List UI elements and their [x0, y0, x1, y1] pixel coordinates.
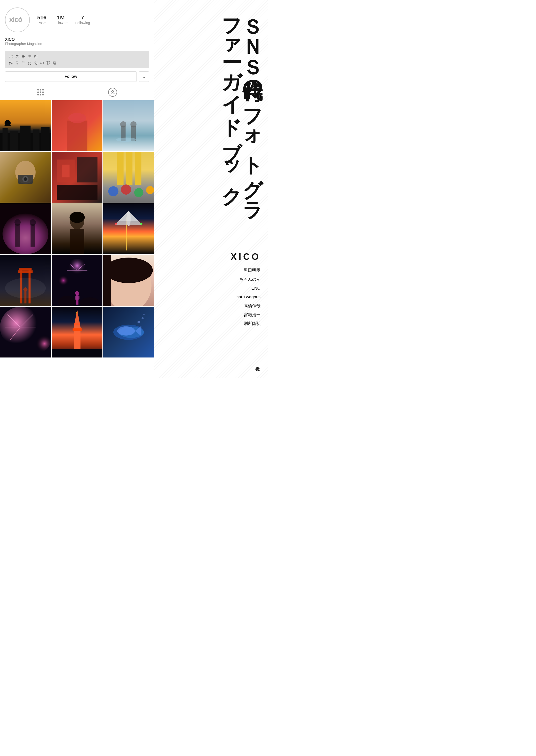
profile-info: XICO Photographer Magazine	[0, 37, 154, 49]
photo-9[interactable]	[103, 203, 154, 254]
book-title: ＳＮＳ時代の フォトグラファー ガイドブック	[221, 5, 263, 224]
svg-rect-2	[0, 100, 51, 151]
follow-button[interactable]: Follow	[5, 71, 137, 82]
svg-point-86	[25, 327, 51, 352]
photo-7[interactable]	[0, 203, 51, 254]
author-3: ENO	[231, 284, 260, 293]
svg-point-23	[22, 176, 29, 182]
posts-stat: 516 Posts	[37, 15, 47, 25]
avatar: xicó	[5, 8, 30, 32]
svg-point-1	[112, 90, 114, 92]
follow-row: Follow ⌄	[0, 71, 154, 85]
svg-rect-12	[67, 120, 87, 151]
svg-rect-56	[0, 255, 51, 306]
svg-rect-59	[18, 270, 33, 273]
book-title-area: ＳＮＳ時代の フォトグラファー ガイドブック	[159, 5, 263, 224]
svg-point-73	[80, 297, 100, 306]
svg-rect-57	[20, 270, 22, 303]
profile-subtitle: Photographer Magazine	[5, 42, 149, 46]
svg-point-102	[117, 326, 135, 335]
svg-point-40	[3, 214, 48, 254]
svg-rect-99	[103, 307, 154, 358]
photo-8[interactable]	[52, 203, 103, 254]
followers-label: Followers	[53, 21, 68, 25]
photo-11[interactable]	[52, 255, 103, 306]
svg-marker-103	[135, 326, 142, 336]
photo-5[interactable]	[52, 152, 103, 203]
title-sns: ＳＮＳ時代の	[242, 5, 264, 90]
svg-point-54	[115, 223, 117, 225]
svg-point-42	[15, 219, 21, 226]
svg-rect-41	[15, 224, 20, 247]
photo-6[interactable]	[103, 152, 154, 203]
svg-rect-6	[20, 125, 31, 151]
svg-point-82	[104, 257, 152, 283]
svg-point-48	[69, 212, 84, 223]
svg-rect-25	[52, 152, 103, 203]
svg-point-63	[23, 287, 27, 291]
svg-point-78	[106, 260, 151, 306]
svg-point-81	[122, 277, 125, 279]
grid-icon[interactable]	[37, 89, 44, 95]
svg-rect-94	[74, 330, 81, 350]
profile-header: xicó 516 Posts 1M Followers 7 Following	[0, 0, 154, 37]
svg-rect-5	[10, 131, 18, 151]
dropdown-button[interactable]: ⌄	[139, 71, 149, 82]
photo-3[interactable]	[103, 100, 154, 151]
stats-row: 516 Posts 1M Followers 7 Following	[37, 15, 90, 25]
svg-point-65	[66, 259, 88, 282]
photo-10[interactable]	[0, 255, 51, 306]
svg-point-9	[5, 120, 11, 126]
photo-13[interactable]	[0, 307, 51, 358]
photo-4[interactable]	[0, 152, 51, 203]
svg-point-85	[0, 307, 41, 347]
svg-rect-97	[76, 312, 77, 312]
svg-point-38	[146, 186, 154, 194]
author-1: 黒田明臣	[231, 266, 260, 275]
photo-14[interactable]	[52, 307, 103, 358]
svg-rect-31	[103, 152, 154, 203]
svg-rect-64	[52, 255, 103, 306]
svg-rect-20	[0, 152, 51, 203]
following-label: Following	[75, 21, 90, 25]
subtitle-line2: 作 り 手 た ち の 戦 略	[9, 61, 57, 65]
svg-point-44	[30, 219, 36, 226]
svg-point-35	[108, 186, 118, 196]
svg-rect-92	[52, 307, 103, 358]
following-count: 7	[81, 15, 84, 20]
svg-point-37	[134, 188, 144, 197]
subtitle-line1: バ ズ を 生 む	[9, 54, 39, 58]
svg-rect-74	[76, 295, 78, 305]
svg-rect-47	[70, 229, 84, 254]
svg-rect-76	[75, 296, 79, 300]
svg-line-69	[69, 264, 77, 271]
followers-stat: 1M Followers	[53, 15, 68, 25]
svg-rect-10	[5, 125, 11, 126]
svg-point-105	[142, 317, 144, 319]
svg-rect-83	[103, 255, 111, 306]
person-icon[interactable]	[108, 88, 117, 97]
chevron-down-icon: ⌄	[143, 74, 146, 79]
right-panel: ＳＮＳ時代の フォトグラファー ガイドブック XICO 黒田明臣 もろんのん E…	[154, 0, 268, 378]
photo-1[interactable]	[0, 100, 51, 151]
svg-point-104	[138, 321, 140, 323]
svg-line-91	[10, 327, 20, 340]
author-section: XICO 黒田明臣 もろんのん ENO haru wagnus 高橋伸哉 宮瀬浩…	[231, 251, 260, 328]
photo-15[interactable]	[103, 307, 154, 358]
svg-point-72	[58, 296, 76, 306]
svg-line-87	[8, 314, 20, 327]
svg-rect-26	[57, 159, 75, 182]
svg-rect-96	[74, 323, 80, 325]
svg-rect-17	[131, 125, 136, 141]
photo-12[interactable]	[103, 255, 154, 306]
svg-rect-11	[52, 100, 103, 151]
posts-count: 516	[37, 15, 47, 20]
svg-rect-14	[103, 100, 154, 151]
photo-2[interactable]	[52, 100, 103, 151]
svg-rect-3	[0, 133, 51, 151]
author-list: 黒田明臣 もろんのん ENO haru wagnus 高橋伸哉 宮瀬浩一 別所隆…	[231, 266, 260, 328]
svg-rect-49	[103, 203, 154, 254]
svg-marker-52	[115, 221, 143, 225]
svg-point-46	[70, 213, 84, 229]
svg-point-66	[58, 272, 76, 290]
